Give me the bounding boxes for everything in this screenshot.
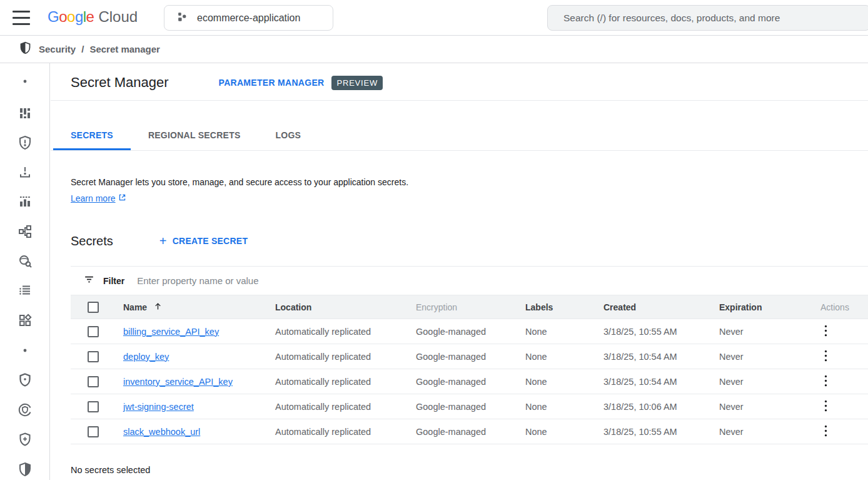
logo-letter: g [75,8,83,26]
row-checkbox[interactable] [88,351,99,362]
dot-icon[interactable] [18,343,33,358]
parameter-manager-link[interactable]: PARAMETER MANAGER [219,78,325,88]
install-alert-icon[interactable] [18,165,33,180]
learn-more-link[interactable]: Learn more [71,193,116,203]
selection-status: No secrets selected [71,465,868,475]
table-row: jwt-signing-secret Automatically replica… [71,394,868,419]
secret-name-link[interactable]: slack_webhook_url [123,427,200,437]
row-checkbox[interactable] [88,376,99,387]
row-actions-kebab-icon[interactable] [820,349,831,365]
cell-expiration: Never [719,427,807,437]
logo-cloud-text: Cloud [98,8,138,26]
column-header-name[interactable]: Name [123,302,147,312]
list-icon[interactable] [18,283,33,298]
cell-location: Automatically replicated [275,427,416,437]
cell-encryption: Google-managed [416,427,525,437]
shield-plus-icon[interactable] [18,432,33,447]
arrow-up-icon[interactable] [153,302,163,313]
table-row: deploy_key Automatically replicated Goog… [71,344,868,369]
cell-expiration: Never [719,327,807,337]
cell-expiration: Never [719,402,807,412]
google-cloud-logo[interactable]: Google Cloud [48,8,138,26]
secret-name-link[interactable]: inventory_service_API_key [123,377,233,387]
cell-created: 3/18/25, 10:55 AM [603,327,719,337]
create-secret-button[interactable]: + CREATE SECRET [159,235,248,247]
security-shield-icon [19,41,32,57]
table-row: billing_service_API_key Automatically re… [71,319,868,344]
cell-created: 3/18/25, 10:06 AM [603,402,719,412]
breadcrumb-section[interactable]: Security [39,44,76,54]
select-all-checkbox[interactable] [88,302,99,313]
logo-letter: o [67,8,75,26]
row-actions-kebab-icon[interactable] [820,324,831,340]
secret-name-link[interactable]: jwt-signing-secret [123,402,194,412]
cell-labels: None [525,377,603,387]
row-checkbox[interactable] [88,401,99,412]
tab-secrets[interactable]: SECRETS [53,120,131,150]
apps-diamond-icon[interactable] [18,313,33,328]
secrets-section-heading: Secrets [71,234,113,248]
equalizer-blocks-icon[interactable] [18,106,33,121]
cell-labels: None [525,327,603,337]
cell-labels: None [525,427,603,437]
project-grid-icon [176,11,188,26]
tab-regional-secrets[interactable]: REGIONAL SECRETS [131,120,258,150]
cell-created: 3/18/25, 10:54 AM [603,377,719,387]
row-checkbox[interactable] [88,326,99,337]
table-row: inventory_service_API_key Automatically … [71,369,868,394]
breadcrumb-separator: / [81,44,84,54]
main-content: Secret Manager PARAMETER MANAGER PREVIEW… [51,63,868,480]
preview-badge: PREVIEW [331,76,383,90]
tab-logs[interactable]: LOGS [258,120,319,150]
page-description: Secret Manager lets you store, manage, a… [71,176,868,188]
cell-encryption: Google-managed [416,327,525,337]
bar-chart-icon[interactable] [18,194,33,209]
global-search [547,5,868,31]
filter-bar: Filter [71,267,868,295]
logo-letter: o [59,8,67,26]
search-input[interactable] [563,13,864,24]
column-header-location[interactable]: Location [275,302,416,312]
column-header-created[interactable]: Created [603,302,719,312]
cell-encryption: Google-managed [416,402,525,412]
row-actions-kebab-icon[interactable] [820,399,831,415]
column-header-encryption[interactable]: Encryption [416,302,525,312]
external-link-icon [118,193,126,204]
compliance-circle-shield-icon[interactable] [18,402,33,417]
search-globe-icon[interactable] [18,253,33,268]
cell-location: Automatically replicated [275,352,416,362]
shield-half-icon[interactable] [18,462,33,477]
row-checkbox[interactable] [88,426,99,437]
breadcrumb: Security / Secret manager [0,36,868,63]
tab-bar: SECRETS REGIONAL SECRETS LOGS [51,120,868,151]
page-title: Secret Manager [71,74,169,91]
project-selector[interactable]: ecommerce-application [164,5,333,31]
secret-name-link[interactable]: deploy_key [123,352,169,362]
filter-input[interactable] [137,275,868,286]
secrets-table: Filter Name Location Encryption Labels C… [71,266,868,444]
header-divider [51,100,868,101]
dot-icon[interactable] [18,74,33,89]
cell-expiration: Never [719,352,807,362]
filter-icon [83,273,95,288]
row-actions-kebab-icon[interactable] [820,374,831,390]
secret-name-link[interactable]: billing_service_API_key [123,327,219,337]
cell-location: Automatically replicated [275,402,416,412]
column-header-labels[interactable]: Labels [525,302,603,312]
shield-alert-icon[interactable] [18,135,33,150]
cell-labels: None [525,352,603,362]
cell-encryption: Google-managed [416,377,525,387]
cell-created: 3/18/25, 10:54 AM [603,352,719,362]
shield-dot-icon[interactable] [18,372,33,387]
cell-location: Automatically replicated [275,377,416,387]
hierarchy-icon[interactable] [18,224,33,239]
cell-labels: None [525,402,603,412]
cell-location: Automatically replicated [275,327,416,337]
security-nav-sidebar [0,63,50,480]
row-actions-kebab-icon[interactable] [820,424,831,440]
create-secret-label: CREATE SECRET [173,236,248,246]
cell-expiration: Never [719,377,807,387]
plus-icon: + [159,235,167,247]
column-header-expiration[interactable]: Expiration [719,302,807,312]
hamburger-menu-icon[interactable] [13,11,30,25]
